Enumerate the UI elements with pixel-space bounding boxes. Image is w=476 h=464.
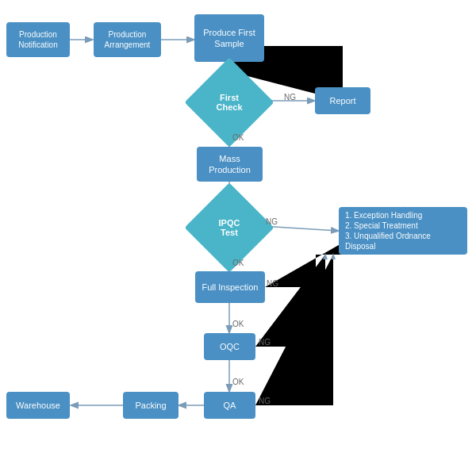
ok-label-oqc: OK	[232, 378, 244, 386]
exception-handling-box: 1. Exception Handling2. Special Treatmen…	[339, 207, 467, 255]
ok-label-ipqc: OK	[232, 259, 244, 267]
svg-line-6	[262, 226, 338, 231]
production-notification-box: Production Notification	[6, 22, 70, 57]
ng-label-oqc: NG	[259, 338, 271, 347]
qa-box: QA	[204, 392, 255, 419]
ng-label-qa: NG	[259, 397, 271, 405]
ipqc-test-diamond: IPQCTest	[198, 196, 261, 259]
first-check-diamond: FirstCheck	[198, 71, 261, 134]
full-inspection-box: Full Inspection	[195, 271, 265, 303]
production-arrangement-box: Production Arrangement	[94, 22, 161, 57]
packing-box: Packing	[123, 392, 178, 419]
flowchart: Production Notification Production Arran…	[0, 0, 476, 464]
ok-label-full-inspection: OK	[232, 320, 244, 328]
oqc-box: OQC	[204, 333, 255, 360]
warehouse-box: Warehouse	[6, 392, 70, 419]
mass-production-box: MassProduction	[197, 147, 263, 182]
ng-label-first-check: NG	[284, 93, 296, 102]
report-box: Report	[315, 87, 370, 114]
produce-first-sample-box: Produce FirstSample	[194, 14, 264, 62]
ng-label-full-inspection: NG	[267, 279, 278, 288]
ng-label-ipqc: NG	[266, 217, 278, 226]
ok-label-first-check: OK	[232, 133, 244, 142]
